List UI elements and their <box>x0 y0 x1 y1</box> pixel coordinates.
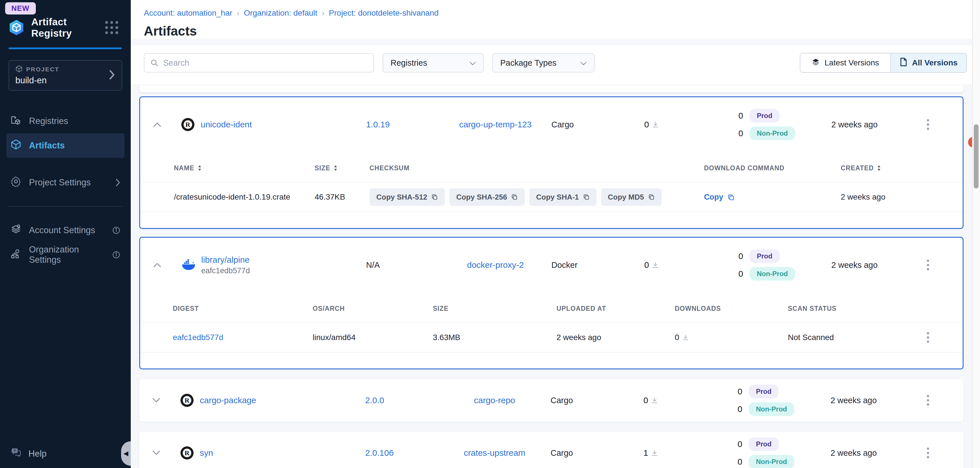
info-icon[interactable] <box>112 226 121 234</box>
help-chat-icon: ? <box>10 447 22 461</box>
layers-icon <box>811 58 820 68</box>
collapse-chevron-up-icon[interactable] <box>140 122 174 127</box>
artifact-registry-link[interactable]: cargo-repo <box>474 395 515 405</box>
cargo-icon: R <box>180 446 194 460</box>
artifact-card-unicode-ident: R unicode-ident 1.0.19 cargo-up-temp-123… <box>139 96 964 229</box>
copy-icon <box>583 194 590 201</box>
nonprod-badge: Non-Prod <box>749 402 794 416</box>
package-type: Docker <box>535 260 609 270</box>
files-table-header: NAME SIZE CHECKSUM DOWNLOAD COMMAND CREA… <box>140 152 963 183</box>
created-date: 2 weeks ago <box>807 396 892 405</box>
artifact-version: N/A <box>366 260 380 269</box>
registries-filter-dropdown[interactable]: Registries <box>383 53 484 73</box>
breadcrumb-project-link[interactable]: Project: donotdelete-shivanand <box>329 8 439 18</box>
expand-chevron-down-icon[interactable] <box>139 450 173 455</box>
project-label: PROJECT <box>26 66 59 73</box>
svg-text:?: ? <box>14 449 16 453</box>
project-selector[interactable]: PROJECT build-en <box>8 60 122 91</box>
digests-header-size: SIZE <box>399 305 541 312</box>
digests-header-downloads: DOWNLOADS <box>655 305 768 312</box>
page-header: Account: automation_har › Organization: … <box>131 0 980 39</box>
row-menu-kebab-icon[interactable] <box>924 329 932 346</box>
digest-size: 3.63MB <box>399 333 541 342</box>
artifact-name-link[interactable]: library/alpine <box>201 255 250 265</box>
copy-download-command-link[interactable]: Copy <box>704 193 735 202</box>
artifact-name-link[interactable]: cargo-package <box>200 395 256 405</box>
artifact-version-link[interactable]: 1.0.19 <box>366 120 390 129</box>
files-header-checksum: CHECKSUM <box>359 164 689 172</box>
prod-badge: Prod <box>749 437 779 451</box>
app-root: NEW Artifact Registry <box>0 0 980 468</box>
digests-header-osarch: OS/ARCH <box>302 305 399 312</box>
copy-icon <box>648 194 655 201</box>
sidebar-item-artifacts[interactable]: Artifacts <box>6 133 124 158</box>
artifact-list: R unicode-ident 1.0.19 cargo-up-temp-123… <box>131 85 980 468</box>
artifact-registry-link[interactable]: crates-upstream <box>464 448 525 457</box>
cargo-icon: R <box>180 394 194 407</box>
sidebar-item-label: Artifacts <box>29 140 65 151</box>
package-types-filter-label: Package Types <box>500 58 557 68</box>
search-input[interactable] <box>144 53 374 73</box>
artifact-version-link[interactable]: 2.0.0 <box>365 395 384 405</box>
copy-icon <box>727 194 735 201</box>
files-header-size[interactable]: SIZE <box>299 164 359 172</box>
download-icon <box>651 396 658 404</box>
help-button[interactable]: ? Help <box>6 447 51 461</box>
all-versions-button[interactable]: All Versions <box>890 53 966 72</box>
copy-icon <box>431 194 438 201</box>
copy-sha512-button[interactable]: Copy SHA-512 <box>369 188 445 206</box>
sort-icon <box>198 165 202 171</box>
artifact-name-link[interactable]: unicode-ident <box>200 120 252 129</box>
copy-sha1-button[interactable]: Copy SHA-1 <box>529 188 596 206</box>
digest-link[interactable]: eafc1edb577d <box>173 333 223 342</box>
new-badge: NEW <box>5 2 36 14</box>
sidebar-item-registries[interactable]: Registries <box>6 109 124 133</box>
chevron-down-icon <box>572 58 587 68</box>
row-menu-kebab-icon[interactable] <box>924 116 932 133</box>
document-icon <box>900 57 907 68</box>
artifact-registry-link[interactable]: docker-proxy-2 <box>467 260 524 269</box>
chevron-right-icon: › <box>237 9 239 18</box>
row-menu-kebab-icon[interactable] <box>924 445 932 461</box>
artifact-digest: eafc1edb577d <box>201 266 250 275</box>
prod-badge: Prod <box>749 385 779 398</box>
sidebar-collapse-handle[interactable]: ◀ <box>121 441 131 466</box>
created-date: 2 weeks ago <box>808 120 893 129</box>
copy-sha256-button[interactable]: Copy SHA-256 <box>449 188 525 206</box>
latest-versions-label: Latest Versions <box>824 58 879 67</box>
scrollbar-thumb[interactable] <box>974 124 978 188</box>
nonprod-badge: Non-Prod <box>749 267 795 281</box>
sidebar-item-organization-settings[interactable]: Organization Settings <box>6 242 124 267</box>
scrollbar-track[interactable] <box>972 0 980 468</box>
files-header-created[interactable]: CREATED <box>825 164 963 172</box>
artifact-registry-link[interactable]: cargo-up-temp-123 <box>459 120 531 129</box>
download-count: 0 <box>643 395 648 405</box>
breadcrumb-account-link[interactable]: Account: automation_har <box>144 8 232 18</box>
filter-toolbar: Registries Package Types <box>131 46 980 85</box>
copy-md5-button[interactable]: Copy MD5 <box>601 188 662 206</box>
files-header-name[interactable]: NAME <box>140 164 299 172</box>
info-icon[interactable] <box>112 250 121 259</box>
app-grid-icon[interactable] <box>105 21 118 34</box>
files-header-download-command: DOWNLOAD COMMAND <box>689 164 825 172</box>
account-layers-icon <box>10 223 22 237</box>
expand-chevron-down-icon[interactable] <box>139 398 173 403</box>
artifact-registry-logo-icon <box>8 19 24 36</box>
latest-versions-button[interactable]: Latest Versions <box>800 53 890 72</box>
row-menu-kebab-icon[interactable] <box>924 392 932 409</box>
artifact-version-link[interactable]: 2.0.106 <box>365 448 394 457</box>
breadcrumb-organization-link[interactable]: Organization: default <box>244 8 317 18</box>
sidebar-item-project-settings[interactable]: Project Settings <box>6 170 124 195</box>
partially-scrolled-card <box>139 85 964 92</box>
prod-badge: Prod <box>749 109 780 123</box>
artifact-row: library/alpine eafc1edb577d N/A docker-p… <box>140 238 963 292</box>
package-types-filter-dropdown[interactable]: Package Types <box>492 53 595 73</box>
row-menu-kebab-icon[interactable] <box>924 257 932 273</box>
created-date: 2 weeks ago <box>807 448 892 458</box>
artifact-name-link[interactable]: syn <box>200 448 213 458</box>
registries-filter-label: Registries <box>391 58 427 68</box>
collapse-chevron-up-icon[interactable] <box>140 263 174 267</box>
sidebar-item-account-settings[interactable]: Account Settings <box>6 218 124 242</box>
help-label: Help <box>29 449 47 459</box>
project-name: build-en <box>15 75 108 86</box>
